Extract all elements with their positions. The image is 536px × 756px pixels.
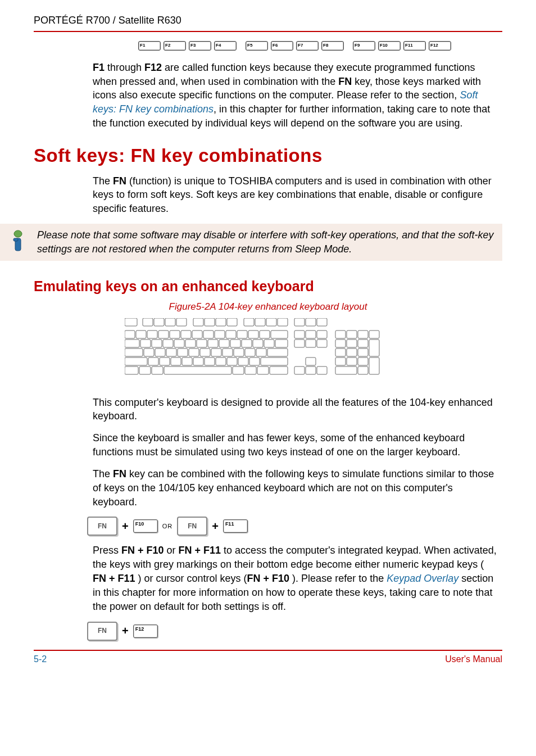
svg-rect-17 xyxy=(306,318,316,326)
svg-rect-25 xyxy=(181,331,191,338)
svg-rect-74 xyxy=(139,366,151,374)
svg-rect-106 xyxy=(335,366,357,374)
fkey-f5: F5 xyxy=(246,41,268,51)
note-text: Please note that some software may disab… xyxy=(37,226,498,259)
emu-p2: Since the keyboard is smaller and has fe… xyxy=(93,431,497,459)
svg-rect-15 xyxy=(278,318,288,326)
svg-rect-29 xyxy=(226,331,236,338)
svg-rect-72 xyxy=(261,357,288,365)
svg-rect-59 xyxy=(256,348,266,356)
svg-rect-20 xyxy=(125,331,135,338)
bold-fnf10: FN + F10 xyxy=(121,545,164,556)
svg-rect-31 xyxy=(248,331,258,338)
svg-rect-86 xyxy=(317,339,327,347)
svg-rect-90 xyxy=(317,366,327,374)
manual-label: User's Manual xyxy=(445,653,502,666)
svg-rect-64 xyxy=(171,357,181,365)
svg-rect-38 xyxy=(174,339,184,347)
svg-rect-48 xyxy=(125,348,143,356)
svg-rect-23 xyxy=(158,331,169,338)
fkey-f1: F1 xyxy=(138,41,161,51)
svg-rect-61 xyxy=(125,357,147,365)
svg-rect-46 xyxy=(264,339,274,347)
svg-rect-65 xyxy=(182,357,192,365)
svg-rect-89 xyxy=(306,366,316,374)
svg-rect-107 xyxy=(358,366,368,374)
emu-p1: This computer's keyboard is designed to … xyxy=(93,396,497,424)
svg-rect-39 xyxy=(185,339,196,347)
f11-key-icon: F11 xyxy=(223,519,248,533)
heading-emulating: Emulating keys on an enhanced keyboard xyxy=(34,277,502,296)
svg-rect-34 xyxy=(125,339,139,347)
svg-rect-82 xyxy=(306,331,316,338)
fn-key-icon-3: FN xyxy=(87,622,117,641)
fn-combo-row-1: FN + F10 OR FN + F11 xyxy=(87,517,497,536)
svg-rect-36 xyxy=(152,339,162,347)
svg-rect-37 xyxy=(163,339,173,347)
svg-rect-63 xyxy=(160,357,170,365)
svg-rect-21 xyxy=(136,331,146,338)
svg-rect-3 xyxy=(125,318,137,326)
svg-rect-52 xyxy=(178,348,188,356)
fkey-f6: F6 xyxy=(271,41,293,51)
bold-fn-2: FN xyxy=(113,175,126,187)
page-footer: 5-2 User's Manual xyxy=(34,653,502,666)
svg-rect-41 xyxy=(208,339,218,347)
svg-rect-58 xyxy=(245,348,255,356)
svg-rect-103 xyxy=(347,357,357,365)
heading-soft-keys: Soft keys: FN key combinations xyxy=(34,143,502,169)
svg-rect-69 xyxy=(227,357,237,365)
f12-key-icon: F12 xyxy=(133,624,158,638)
bold-fnf11: FN + F11 xyxy=(179,545,221,556)
function-key-row-graphic: F1 F2 F3 F4 F5 F6 F7 F8 F9 F10 F11 F12 xyxy=(93,41,497,51)
footer-rule xyxy=(34,650,502,651)
intro-paragraph: F1 through F12 are called function keys … xyxy=(93,61,497,130)
svg-rect-32 xyxy=(260,331,270,338)
svg-rect-16 xyxy=(294,318,305,326)
fkey-f12: F12 xyxy=(429,41,451,51)
svg-rect-10 xyxy=(216,318,226,326)
bold-fn: FN xyxy=(338,76,352,87)
svg-rect-24 xyxy=(170,331,180,338)
svg-rect-44 xyxy=(242,339,252,347)
svg-rect-80 xyxy=(270,366,288,374)
svg-rect-2 xyxy=(13,238,18,241)
svg-rect-85 xyxy=(306,339,316,347)
svg-rect-81 xyxy=(294,331,305,338)
link-keypad-overlay[interactable]: Keypad Overlay xyxy=(387,573,458,584)
svg-rect-8 xyxy=(193,318,203,326)
svg-rect-62 xyxy=(148,357,158,365)
plus-icon-2: + xyxy=(212,519,219,535)
fkey-f4: F4 xyxy=(214,41,237,51)
svg-rect-102 xyxy=(335,357,346,365)
softkeys-paragraph: The FN (function) is unique to TOSHIBA c… xyxy=(93,174,497,216)
fkey-f8: F8 xyxy=(321,41,344,51)
svg-rect-27 xyxy=(203,331,214,338)
svg-rect-84 xyxy=(294,339,305,347)
svg-rect-7 xyxy=(176,318,187,326)
svg-rect-42 xyxy=(219,339,229,347)
info-icon xyxy=(8,228,29,257)
svg-rect-79 xyxy=(257,366,269,374)
svg-rect-77 xyxy=(233,366,244,374)
svg-rect-92 xyxy=(347,331,357,338)
svg-rect-5 xyxy=(154,318,164,326)
svg-rect-43 xyxy=(230,339,240,347)
page-header: PORTÉGÉ R700 / Satellite R630 xyxy=(34,13,502,31)
svg-rect-57 xyxy=(234,348,244,356)
svg-rect-54 xyxy=(200,348,210,356)
svg-rect-101 xyxy=(358,348,368,356)
svg-rect-66 xyxy=(193,357,203,365)
svg-rect-83 xyxy=(317,331,327,338)
svg-rect-71 xyxy=(249,357,260,365)
fn-key-icon: FN xyxy=(87,517,117,536)
svg-rect-30 xyxy=(237,331,247,338)
svg-rect-45 xyxy=(253,339,263,347)
svg-rect-97 xyxy=(358,339,368,347)
note-block: Please note that some software may disab… xyxy=(0,224,502,261)
svg-rect-68 xyxy=(216,357,226,365)
svg-rect-33 xyxy=(271,331,288,338)
emu-p3: The FN key can be combined with the foll… xyxy=(93,467,497,509)
fn-combo-row-2: FN + F12 xyxy=(87,622,497,641)
svg-rect-96 xyxy=(347,339,357,347)
